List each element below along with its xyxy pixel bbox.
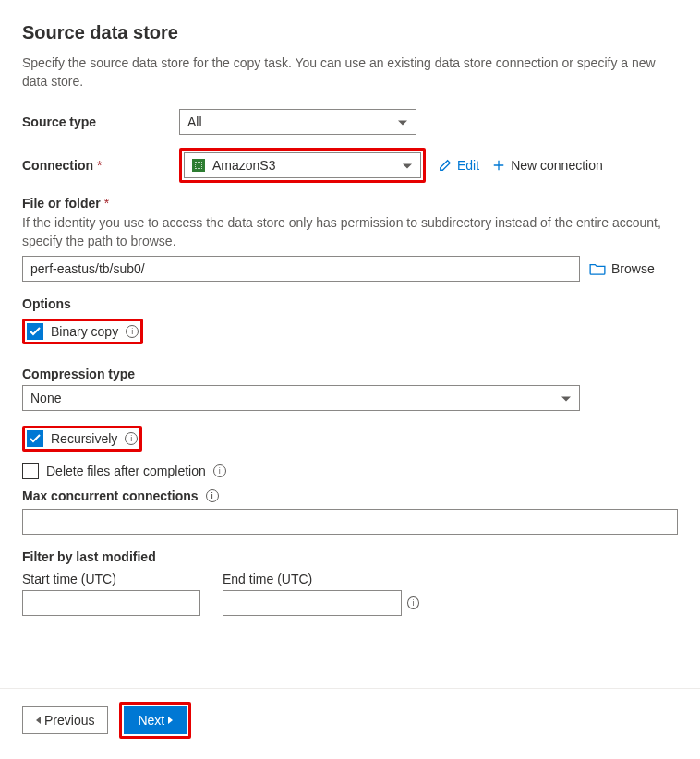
pencil-icon xyxy=(439,159,452,172)
compression-select[interactable]: None xyxy=(22,385,580,411)
options-label: Options xyxy=(22,296,678,311)
connection-select[interactable]: AmazonS3 xyxy=(184,152,421,178)
chevron-left-icon xyxy=(36,717,41,724)
source-type-select[interactable]: All xyxy=(179,109,416,135)
source-type-value: All xyxy=(187,114,202,129)
check-icon xyxy=(30,327,41,336)
folder-icon xyxy=(589,262,606,275)
info-icon[interactable]: i xyxy=(213,464,226,477)
next-button[interactable]: Next xyxy=(124,706,187,734)
delete-after-label: Delete files after completion xyxy=(46,464,206,478)
filter-label: Filter by last modified xyxy=(22,549,678,564)
info-icon[interactable]: i xyxy=(407,596,419,609)
max-conn-input[interactable] xyxy=(22,509,678,535)
info-icon[interactable]: i xyxy=(206,489,219,502)
file-folder-input[interactable] xyxy=(22,256,580,282)
end-time-label: End time (UTC) xyxy=(223,572,419,586)
recursively-label: Recursively xyxy=(51,431,117,446)
source-type-label: Source type xyxy=(22,114,179,129)
binary-copy-checkbox[interactable] xyxy=(27,323,43,340)
check-icon xyxy=(30,434,41,443)
page-subtitle: Specify the source data store for the co… xyxy=(22,54,678,90)
end-time-input[interactable] xyxy=(223,590,402,616)
amazons3-icon xyxy=(192,159,205,172)
file-folder-help: If the identity you use to access the da… xyxy=(22,214,678,250)
plus-icon xyxy=(492,159,505,172)
max-conn-label: Max concurrent connections xyxy=(22,488,199,503)
new-connection-button[interactable]: New connection xyxy=(492,158,603,173)
start-time-input[interactable] xyxy=(22,590,200,616)
compression-label: Compression type xyxy=(22,367,678,381)
delete-after-checkbox[interactable] xyxy=(22,463,39,479)
page-title: Source data store xyxy=(22,22,678,43)
previous-button[interactable]: Previous xyxy=(22,706,108,734)
compression-value: None xyxy=(30,391,61,405)
start-time-label: Start time (UTC) xyxy=(22,572,200,586)
info-icon[interactable]: i xyxy=(126,325,139,338)
file-folder-label: File or folder * xyxy=(22,196,678,211)
connection-label: Connection * xyxy=(22,158,179,173)
chevron-right-icon xyxy=(168,717,173,724)
edit-button[interactable]: Edit xyxy=(439,158,479,173)
binary-copy-label: Binary copy xyxy=(51,324,118,339)
connection-value: AmazonS3 xyxy=(212,158,275,173)
browse-button[interactable]: Browse xyxy=(589,261,655,276)
recursively-checkbox[interactable] xyxy=(27,430,43,447)
info-icon[interactable]: i xyxy=(125,432,138,445)
